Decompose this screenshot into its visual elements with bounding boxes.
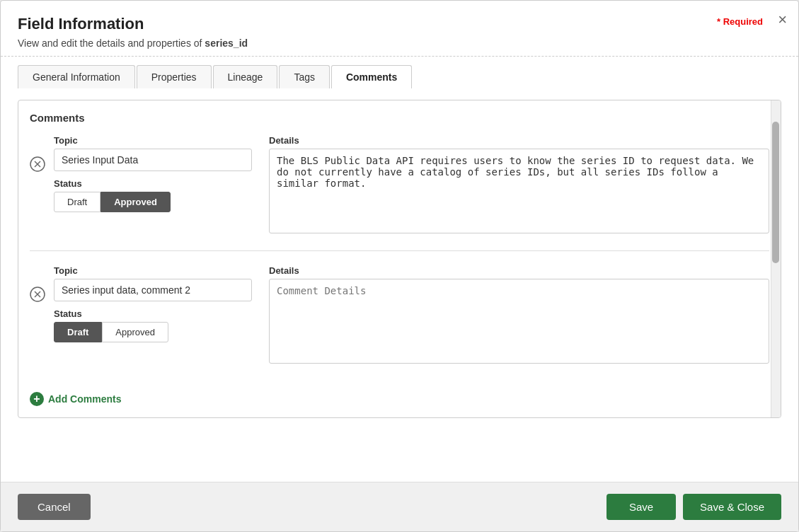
required-label: * Required [717, 16, 763, 27]
details-label-2: Details [269, 265, 769, 276]
dialog-footer: Cancel Save Save & Close [1, 482, 798, 531]
comment-1-left: Topic Status Draft Approved [54, 135, 252, 236]
comment-1-right: Details [269, 135, 769, 236]
details-textarea-2[interactable] [269, 279, 769, 364]
comment-1-fields: Topic Status Draft Approved Details [54, 135, 769, 236]
subtitle-field: series_id [205, 37, 248, 49]
dialog-subtitle: View and edit the details and properties… [18, 37, 781, 49]
comment-item: Topic Status Draft Approved Details [30, 135, 769, 251]
comment-2-fields: Topic Status Draft Approved Details [54, 265, 769, 366]
draft-btn-2[interactable]: Draft [54, 322, 102, 342]
add-comments-button[interactable]: + Add Comments [30, 392, 121, 406]
scrollbar[interactable] [771, 100, 781, 417]
tab-tags[interactable]: Tags [279, 65, 330, 88]
tab-general-information[interactable]: General Information [18, 65, 135, 88]
status-toggle-2: Draft Approved [54, 322, 252, 342]
cancel-button[interactable]: Cancel [18, 494, 91, 520]
add-comments-label: Add Comments [48, 393, 121, 405]
section-title: Comments [30, 112, 769, 124]
comment-item-2: Topic Status Draft Approved Details [30, 265, 769, 381]
subtitle-prefix: View and edit the details and properties… [18, 37, 205, 49]
comments-section: Comments Topic Status [18, 100, 781, 418]
remove-comment-1-button[interactable] [30, 156, 45, 175]
status-label-1: Status [54, 178, 252, 189]
add-icon: + [30, 392, 44, 406]
tab-comments[interactable]: Comments [331, 65, 412, 88]
close-button[interactable]: × [778, 12, 787, 28]
dialog-header: Field Information View and edit the deta… [1, 1, 798, 56]
save-and-close-button[interactable]: Save & Close [683, 494, 781, 520]
details-textarea-1[interactable] [269, 149, 769, 233]
comment-2-left: Topic Status Draft Approved [54, 265, 252, 366]
topic-input-1[interactable] [54, 149, 252, 171]
scrollbar-thumb [772, 122, 779, 263]
field-information-dialog: Field Information View and edit the deta… [0, 0, 799, 532]
topic-label-2: Topic [54, 265, 252, 276]
topic-input-2[interactable] [54, 279, 252, 301]
dialog-title: Field Information [18, 15, 781, 33]
status-label-2: Status [54, 308, 252, 319]
remove-comment-2-button[interactable] [30, 287, 45, 305]
dialog-body: Comments Topic Status [1, 88, 798, 482]
approved-btn-2[interactable]: Approved [102, 322, 168, 342]
approved-btn-1[interactable]: Approved [100, 192, 171, 212]
tab-lineage[interactable]: Lineage [213, 65, 278, 88]
details-label-1: Details [269, 135, 769, 146]
required-asterisk: * [717, 16, 723, 27]
comment-2-right: Details [269, 265, 769, 366]
draft-btn-1[interactable]: Draft [54, 192, 100, 212]
tabs-container: General Information Properties Lineage T… [1, 57, 798, 88]
status-toggle-1: Draft Approved [54, 192, 252, 212]
save-button[interactable]: Save [607, 494, 676, 520]
topic-label-1: Topic [54, 135, 252, 146]
footer-right: Save Save & Close [607, 494, 781, 520]
tab-properties[interactable]: Properties [137, 65, 212, 88]
